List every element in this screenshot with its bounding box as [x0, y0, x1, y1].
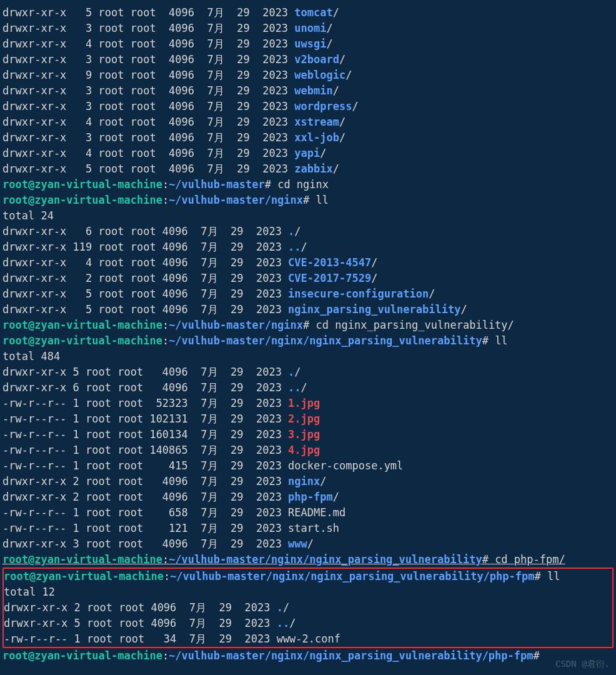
file-row: -rw-r--r-- 1 root root 160134 7月 29 2023… — [2, 427, 614, 442]
file-row: drwxr-xr-x 6 root root 4096 7月 29 2023 .… — [2, 380, 614, 396]
prompt-line[interactable]: root@zyan-virtual-machine:~/vulhub-maste… — [4, 569, 612, 584]
file-row: drwxr-xr-x 5 root root 4096 7月 29 2023 i… — [2, 286, 614, 302]
file-row: drwxr-xr-x 2 root root 4096 7月 29 2023 p… — [2, 489, 614, 505]
file-row: drwxr-xr-x 3 root root 4096 7月 29 2023 u… — [2, 21, 614, 36]
prompt-line[interactable]: root@zyan-virtual-machine:~/vulhub-maste… — [2, 648, 614, 664]
prompt-line[interactable]: root@zyan-virtual-machine:~/vulhub-maste… — [2, 333, 614, 349]
file-row: -rw-r--r-- 1 root root 121 7月 29 2023 st… — [2, 521, 614, 536]
file-row: -rw-r--r-- 1 root root 658 7月 29 2023 RE… — [2, 505, 614, 521]
file-row: drwxr-xr-x 3 root root 4096 7月 29 2023 x… — [2, 130, 614, 146]
total-line: total 484 — [2, 349, 614, 364]
file-row: drwxr-xr-x 119 root root 4096 7月 29 2023… — [2, 239, 614, 255]
file-row: drwxr-xr-x 9 root root 4096 7月 29 2023 w… — [2, 68, 614, 83]
file-row: drwxr-xr-x 4 root root 4096 7月 29 2023 u… — [2, 36, 614, 52]
prompt-line[interactable]: root@zyan-virtual-machine:~/vulhub-maste… — [2, 552, 614, 568]
file-row: drwxr-xr-x 6 root root 4096 7月 29 2023 .… — [2, 224, 614, 239]
file-row: drwxr-xr-x 2 root root 4096 7月 29 2023 .… — [4, 600, 612, 616]
file-row: drwxr-xr-x 3 root root 4096 7月 29 2023 v… — [2, 52, 614, 68]
file-row: drwxr-xr-x 5 root root 4096 7月 29 2023 z… — [2, 161, 614, 177]
file-row: -rw-r--r-- 1 root root 52323 7月 29 2023 … — [2, 396, 614, 411]
prompt-line[interactable]: root@zyan-virtual-machine:~/vulhub-maste… — [2, 177, 614, 192]
file-row: drwxr-xr-x 3 root root 4096 7月 29 2023 w… — [2, 99, 614, 114]
file-row: -rw-r--r-- 1 root root 102131 7月 29 2023… — [2, 411, 614, 427]
watermark: CSDN @君衍. — [555, 656, 610, 669]
total-line: total 24 — [2, 208, 614, 224]
prompt-line[interactable]: root@zyan-virtual-machine:~/vulhub-maste… — [2, 318, 614, 333]
total-line: total 12 — [4, 584, 612, 600]
file-row: drwxr-xr-x 5 root root 4096 7月 29 2023 n… — [2, 302, 614, 318]
file-row: drwxr-xr-x 4 root root 4096 7月 29 2023 y… — [2, 146, 614, 161]
file-row: drwxr-xr-x 3 root root 4096 7月 29 2023 w… — [2, 536, 614, 552]
file-row: drwxr-xr-x 3 root root 4096 7月 29 2023 w… — [2, 83, 614, 99]
file-row: drwxr-xr-x 5 root root 4096 7月 29 2023 t… — [2, 5, 614, 21]
file-row: drwxr-xr-x 5 root root 4096 7月 29 2023 .… — [4, 616, 612, 631]
highlighted-block: root@zyan-virtual-machine:~/vulhub-maste… — [2, 568, 614, 648]
prompt-line[interactable]: root@zyan-virtual-machine:~/vulhub-maste… — [2, 192, 614, 208]
file-row: drwxr-xr-x 2 root root 4096 7月 29 2023 C… — [2, 271, 614, 286]
file-row: drwxr-xr-x 2 root root 4096 7月 29 2023 n… — [2, 474, 614, 489]
file-row: -rw-r--r-- 1 root root 140865 7月 29 2023… — [2, 442, 614, 458]
terminal-output[interactable]: drwxr-xr-x 5 root root 4096 7月 29 2023 t… — [0, 0, 616, 669]
file-row: -rw-r--r-- 1 root root 34 7月 29 2023 www… — [4, 631, 612, 647]
file-row: drwxr-xr-x 5 root root 4096 7月 29 2023 .… — [2, 364, 614, 380]
file-row: drwxr-xr-x 4 root root 4096 7月 29 2023 C… — [2, 255, 614, 271]
file-row: -rw-r--r-- 1 root root 415 7月 29 2023 do… — [2, 458, 614, 474]
file-row: drwxr-xr-x 4 root root 4096 7月 29 2023 x… — [2, 114, 614, 130]
